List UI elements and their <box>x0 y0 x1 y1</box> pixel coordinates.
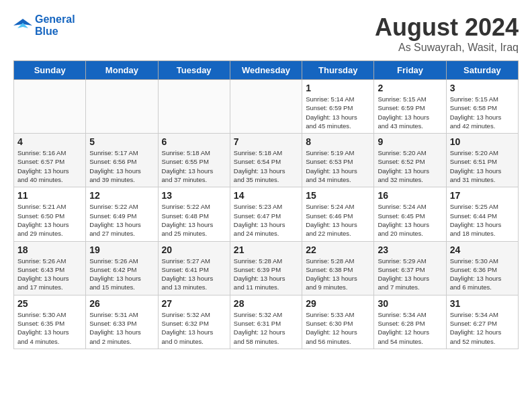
day-number: 29 <box>306 298 370 309</box>
day-number: 5 <box>89 136 154 147</box>
day-info: Sunrise: 5:32 AM Sunset: 6:32 PM Dayligh… <box>162 310 226 346</box>
calendar-cell: 8Sunrise: 5:19 AM Sunset: 6:53 PM Daylig… <box>302 134 374 187</box>
calendar-cell: 11Sunrise: 5:21 AM Sunset: 6:50 PM Dayli… <box>14 187 86 241</box>
week-row-4: 18Sunrise: 5:26 AM Sunset: 6:43 PM Dayli… <box>14 241 519 295</box>
calendar-cell: 22Sunrise: 5:28 AM Sunset: 6:38 PM Dayli… <box>302 241 374 295</box>
calendar-cell: 9Sunrise: 5:20 AM Sunset: 6:52 PM Daylig… <box>374 134 446 187</box>
calendar-cell: 19Sunrise: 5:26 AM Sunset: 6:42 PM Dayli… <box>86 241 158 295</box>
day-number: 10 <box>450 136 515 147</box>
calendar-cell: 6Sunrise: 5:18 AM Sunset: 6:55 PM Daylig… <box>158 134 230 187</box>
weekday-header-row: SundayMondayTuesdayWednesdayThursdayFrid… <box>14 61 519 80</box>
weekday-header-thursday: Thursday <box>302 61 374 80</box>
day-number: 14 <box>234 190 298 201</box>
calendar-cell: 7Sunrise: 5:18 AM Sunset: 6:54 PM Daylig… <box>230 134 302 187</box>
calendar-cell: 1Sunrise: 5:14 AM Sunset: 6:59 PM Daylig… <box>302 80 374 134</box>
day-number: 26 <box>89 298 154 309</box>
calendar-cell: 15Sunrise: 5:24 AM Sunset: 6:46 PM Dayli… <box>302 187 374 241</box>
day-info: Sunrise: 5:22 AM Sunset: 6:49 PM Dayligh… <box>89 202 154 238</box>
day-number: 11 <box>17 190 82 201</box>
day-number: 6 <box>162 136 226 147</box>
calendar-cell <box>230 80 302 134</box>
day-number: 20 <box>162 244 226 255</box>
day-info: Sunrise: 5:20 AM Sunset: 6:51 PM Dayligh… <box>450 148 515 184</box>
calendar-cell: 12Sunrise: 5:22 AM Sunset: 6:49 PM Dayli… <box>86 187 158 241</box>
day-number: 2 <box>378 83 442 93</box>
calendar-cell: 14Sunrise: 5:23 AM Sunset: 6:47 PM Dayli… <box>230 187 302 241</box>
calendar-cell: 10Sunrise: 5:20 AM Sunset: 6:51 PM Dayli… <box>446 134 518 187</box>
main-title: August 2024 <box>375 13 519 42</box>
calendar-cell: 31Sunrise: 5:34 AM Sunset: 6:27 PM Dayli… <box>446 295 518 349</box>
day-info: Sunrise: 5:34 AM Sunset: 6:27 PM Dayligh… <box>450 310 515 346</box>
day-number: 23 <box>378 244 442 255</box>
day-info: Sunrise: 5:16 AM Sunset: 6:57 PM Dayligh… <box>17 148 82 184</box>
day-info: Sunrise: 5:18 AM Sunset: 6:55 PM Dayligh… <box>162 148 226 184</box>
day-info: Sunrise: 5:18 AM Sunset: 6:54 PM Dayligh… <box>234 148 298 184</box>
day-info: Sunrise: 5:14 AM Sunset: 6:59 PM Dayligh… <box>306 95 370 130</box>
calendar-cell: 2Sunrise: 5:15 AM Sunset: 6:59 PM Daylig… <box>374 80 446 134</box>
calendar-cell <box>158 80 230 134</box>
week-row-5: 25Sunrise: 5:30 AM Sunset: 6:35 PM Dayli… <box>14 295 519 349</box>
day-info: Sunrise: 5:17 AM Sunset: 6:56 PM Dayligh… <box>89 148 154 184</box>
day-info: Sunrise: 5:15 AM Sunset: 6:58 PM Dayligh… <box>450 95 515 130</box>
day-info: Sunrise: 5:23 AM Sunset: 6:47 PM Dayligh… <box>234 202 298 238</box>
calendar-cell: 13Sunrise: 5:22 AM Sunset: 6:48 PM Dayli… <box>158 187 230 241</box>
day-number: 8 <box>306 136 370 147</box>
calendar-cell: 30Sunrise: 5:34 AM Sunset: 6:28 PM Dayli… <box>374 295 446 349</box>
calendar-cell: 16Sunrise: 5:24 AM Sunset: 6:45 PM Dayli… <box>374 187 446 241</box>
calendar-cell: 24Sunrise: 5:30 AM Sunset: 6:36 PM Dayli… <box>446 241 518 295</box>
calendar-cell: 23Sunrise: 5:29 AM Sunset: 6:37 PM Dayli… <box>374 241 446 295</box>
weekday-header-saturday: Saturday <box>446 61 518 80</box>
week-row-3: 11Sunrise: 5:21 AM Sunset: 6:50 PM Dayli… <box>14 187 519 241</box>
day-number: 27 <box>162 298 226 309</box>
logo: General Blue <box>13 13 75 38</box>
day-number: 12 <box>89 190 154 201</box>
weekday-header-tuesday: Tuesday <box>158 61 230 80</box>
calendar-cell: 20Sunrise: 5:27 AM Sunset: 6:41 PM Dayli… <box>158 241 230 295</box>
calendar-cell: 21Sunrise: 5:28 AM Sunset: 6:39 PM Dayli… <box>230 241 302 295</box>
calendar-cell: 4Sunrise: 5:16 AM Sunset: 6:57 PM Daylig… <box>14 134 86 187</box>
day-info: Sunrise: 5:20 AM Sunset: 6:52 PM Dayligh… <box>378 148 442 184</box>
calendar-cell <box>86 80 158 134</box>
day-info: Sunrise: 5:28 AM Sunset: 6:38 PM Dayligh… <box>306 257 370 292</box>
day-number: 7 <box>234 136 298 147</box>
day-info: Sunrise: 5:24 AM Sunset: 6:45 PM Dayligh… <box>378 202 442 238</box>
day-info: Sunrise: 5:25 AM Sunset: 6:44 PM Dayligh… <box>450 202 515 238</box>
day-number: 13 <box>162 190 226 201</box>
weekday-header-monday: Monday <box>86 61 158 80</box>
calendar-cell: 3Sunrise: 5:15 AM Sunset: 6:58 PM Daylig… <box>446 80 518 134</box>
day-info: Sunrise: 5:26 AM Sunset: 6:43 PM Dayligh… <box>17 257 82 292</box>
day-info: Sunrise: 5:30 AM Sunset: 6:35 PM Dayligh… <box>17 310 82 346</box>
day-number: 15 <box>306 190 370 201</box>
day-number: 22 <box>306 244 370 255</box>
day-info: Sunrise: 5:30 AM Sunset: 6:36 PM Dayligh… <box>450 257 515 292</box>
day-number: 9 <box>378 136 442 147</box>
day-info: Sunrise: 5:21 AM Sunset: 6:50 PM Dayligh… <box>17 202 82 238</box>
calendar-cell: 27Sunrise: 5:32 AM Sunset: 6:32 PM Dayli… <box>158 295 230 349</box>
day-number: 17 <box>450 190 515 201</box>
day-number: 16 <box>378 190 442 201</box>
day-number: 30 <box>378 298 442 309</box>
day-number: 21 <box>234 244 298 255</box>
day-number: 18 <box>17 244 82 255</box>
weekday-header-friday: Friday <box>374 61 446 80</box>
day-info: Sunrise: 5:32 AM Sunset: 6:31 PM Dayligh… <box>234 310 298 346</box>
day-number: 3 <box>450 83 515 93</box>
location-subtitle: As Suwayrah, Wasit, Iraq <box>375 42 519 54</box>
page-header: General Blue August 2024 As Suwayrah, Wa… <box>13 13 519 54</box>
day-number: 24 <box>450 244 515 255</box>
calendar-cell: 18Sunrise: 5:26 AM Sunset: 6:43 PM Dayli… <box>14 241 86 295</box>
day-info: Sunrise: 5:26 AM Sunset: 6:42 PM Dayligh… <box>89 257 154 292</box>
day-number: 4 <box>17 136 82 147</box>
day-number: 19 <box>89 244 154 255</box>
weekday-header-sunday: Sunday <box>14 61 86 80</box>
day-info: Sunrise: 5:22 AM Sunset: 6:48 PM Dayligh… <box>162 202 226 238</box>
day-number: 31 <box>450 298 515 309</box>
day-info: Sunrise: 5:24 AM Sunset: 6:46 PM Dayligh… <box>306 202 370 238</box>
day-info: Sunrise: 5:34 AM Sunset: 6:28 PM Dayligh… <box>378 310 442 346</box>
calendar-cell: 17Sunrise: 5:25 AM Sunset: 6:44 PM Dayli… <box>446 187 518 241</box>
calendar-cell <box>14 80 86 134</box>
week-row-1: 1Sunrise: 5:14 AM Sunset: 6:59 PM Daylig… <box>14 80 519 134</box>
calendar-table: SundayMondayTuesdayWednesdayThursdayFrid… <box>13 60 519 349</box>
day-info: Sunrise: 5:27 AM Sunset: 6:41 PM Dayligh… <box>162 257 226 292</box>
week-row-2: 4Sunrise: 5:16 AM Sunset: 6:57 PM Daylig… <box>14 134 519 187</box>
